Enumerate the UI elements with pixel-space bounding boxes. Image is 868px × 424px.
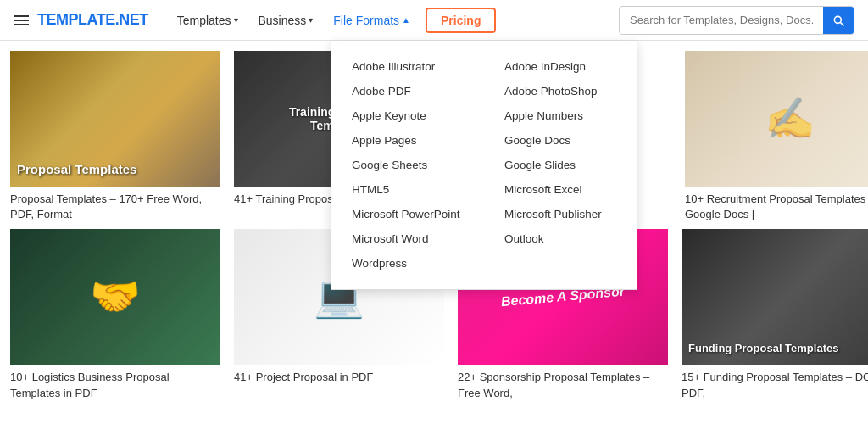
card-funding[interactable]: 15+ Funding Proposal Templates – DOC, PD… xyxy=(682,229,868,400)
card-img-recruitment xyxy=(685,51,868,187)
nav-business[interactable]: Business ▾ xyxy=(250,8,322,32)
search-input[interactable] xyxy=(620,14,823,26)
card-img-funding xyxy=(682,229,868,365)
card-title-funding: 15+ Funding Proposal Templates – DOC, PD… xyxy=(682,370,868,400)
dropdown-microsoft-publisher[interactable]: Microsoft Publisher xyxy=(491,202,630,226)
pricing-button[interactable]: Pricing xyxy=(426,8,496,33)
dropdown-adobe-photoshop[interactable]: Adobe PhotoShop xyxy=(491,79,630,103)
logo-template: TEMPLATE xyxy=(37,11,115,28)
card-title-recruitment: 10+ Recruitment Proposal Templates in Go… xyxy=(685,192,868,222)
nav-file-formats[interactable]: File Formats ▲ xyxy=(325,8,419,32)
search-area xyxy=(619,6,854,35)
dropdown-adobe-indesign[interactable]: Adobe InDesign xyxy=(491,54,630,79)
main-nav: Templates ▾ Business ▾ File Formats ▲ Pr… xyxy=(169,8,497,33)
dropdown-microsoft-powerpoint[interactable]: Microsoft PowerPoint xyxy=(338,202,477,226)
dropdown-adobe-illustrator[interactable]: Adobe Illustrator xyxy=(338,54,477,79)
dropdown-apple-numbers[interactable]: Apple Numbers xyxy=(491,103,630,128)
header: TEMPLATE.NET Templates ▾ Business ▾ File… xyxy=(0,0,868,41)
dropdown-html5[interactable]: HTML5 xyxy=(338,177,477,202)
dropdown-apple-pages[interactable]: Apple Pages xyxy=(338,128,477,153)
dropdown-wordpress[interactable]: Wordpress xyxy=(338,251,477,276)
dropdown-google-slides[interactable]: Google Slides xyxy=(491,153,630,177)
nav-templates-arrow: ▾ xyxy=(234,15,238,25)
nav-business-arrow: ▾ xyxy=(309,15,313,25)
dropdown-google-docs[interactable]: Google Docs xyxy=(491,128,630,153)
card-title-sponsorship: 22+ Sponsorship Proposal Templates – Fre… xyxy=(458,370,668,400)
file-formats-dropdown: Adobe Illustrator Adobe PDF Apple Keynot… xyxy=(331,41,637,290)
nav-file-formats-label: File Formats xyxy=(333,14,399,27)
card-title-project: 41+ Project Proposal in PDF xyxy=(234,370,444,385)
search-icon xyxy=(832,14,845,27)
card-recruitment-proposal[interactable]: 10+ Recruitment Proposal Templates in Go… xyxy=(685,51,868,222)
card-title-proposal: Proposal Templates – 170+ Free Word, PDF… xyxy=(10,192,220,222)
dropdown-adobe-pdf[interactable]: Adobe PDF xyxy=(338,79,477,103)
logo[interactable]: TEMPLATE.NET xyxy=(37,11,148,29)
dropdown-col-1: Adobe Illustrator Adobe PDF Apple Keynot… xyxy=(331,54,484,276)
nav-file-formats-arrow: ▲ xyxy=(402,15,410,25)
hamburger-icon[interactable] xyxy=(14,15,29,25)
nav-templates[interactable]: Templates ▾ xyxy=(169,8,247,32)
card-title-logistics: 10+ Logistics Business Proposal Template… xyxy=(10,370,220,400)
card-proposal-templates[interactable]: Proposal Templates – 170+ Free Word, PDF… xyxy=(10,51,220,222)
card-img-proposal xyxy=(10,51,220,187)
logo-net: NET xyxy=(119,11,148,28)
nav-business-label: Business xyxy=(259,14,307,27)
dropdown-col-2: Adobe InDesign Adobe PhotoShop Apple Num… xyxy=(484,54,637,276)
nav-templates-label: Templates xyxy=(177,14,231,27)
dropdown-microsoft-word[interactable]: Microsoft Word xyxy=(338,226,477,251)
card-img-logistics xyxy=(10,229,220,365)
search-button[interactable] xyxy=(823,6,854,35)
dropdown-google-sheets[interactable]: Google Sheets xyxy=(338,153,477,177)
dropdown-apple-keynote[interactable]: Apple Keynote xyxy=(338,103,477,128)
dropdown-outlook[interactable]: Outlook xyxy=(491,226,630,251)
dropdown-microsoft-excel[interactable]: Microsoft Excel xyxy=(491,177,630,202)
card-logistics[interactable]: 10+ Logistics Business Proposal Template… xyxy=(10,229,220,400)
